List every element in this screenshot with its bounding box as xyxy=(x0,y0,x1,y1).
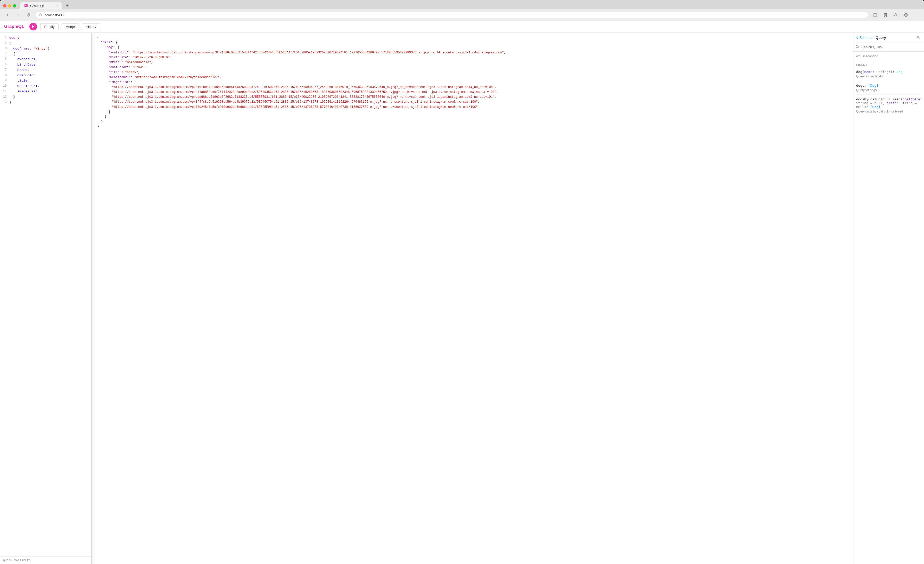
close-traffic-light[interactable] xyxy=(3,4,6,8)
result-line-3: "dog": { xyxy=(97,45,848,50)
result-line-13: "https://scontent-sjc3-1.cdninstagram.co… xyxy=(97,95,848,99)
schema-back-label: Schema xyxy=(859,36,872,40)
svg-point-5 xyxy=(905,15,906,15)
code-line-1: 1 query xyxy=(0,35,91,41)
query-variables-bar[interactable]: QUERY VARIABLES xyxy=(0,556,91,564)
schema-field-dog-desc: Query a specific dog xyxy=(856,75,920,78)
tab-favicon: G xyxy=(24,4,28,8)
more-options-icon[interactable] xyxy=(913,11,920,19)
code-line-7: 7 breed, xyxy=(0,68,91,73)
graphiql-main: 1 query 2 { 3 dog(name: "Kirby") 4 { 5 xyxy=(0,33,924,564)
code-line-5: 5 avatarUrl, xyxy=(0,57,91,62)
result-line-11: "https://scontent-sjc3-1.cdninstagram.co… xyxy=(97,85,848,90)
svg-point-8 xyxy=(916,15,916,15)
schema-fields-list: dog(name: String!): Dog Query a specific… xyxy=(852,67,924,564)
svg-rect-2 xyxy=(39,15,42,16)
svg-point-3 xyxy=(895,14,896,15)
code-line-13: 13 } xyxy=(0,100,91,105)
svg-point-7 xyxy=(915,15,915,15)
code-line-12: 12 } xyxy=(0,95,91,100)
svg-point-9 xyxy=(917,15,918,15)
result-line-10: "imagesList": [ xyxy=(97,80,848,85)
traffic-lights xyxy=(3,4,16,8)
tab-close-button[interactable]: × xyxy=(56,4,58,8)
query-editor-pane: 1 query 2 { 3 dog(name: "Kirby") 4 { 5 xyxy=(0,33,92,564)
schema-panel: Schema Query No Description FIELDS xyxy=(852,33,924,564)
refresh-button[interactable] xyxy=(25,11,32,19)
result-line-5: "birthDate": "2014-03-26T00:00:00", xyxy=(97,55,848,60)
svg-text:G: G xyxy=(25,5,27,7)
schema-search-bar xyxy=(852,43,924,52)
schema-field-dogs[interactable]: dogs: [Dog] Query for dogs xyxy=(856,81,920,95)
code-line-8: 8 coatColor, xyxy=(0,73,91,78)
schema-search-input[interactable] xyxy=(861,45,920,49)
tab-title: GraphiQL xyxy=(30,4,45,8)
address-bar: localhost:4000 xyxy=(0,9,924,21)
schema-field-dog-signature: dog(name: String!): Dog xyxy=(856,70,920,74)
search-icon xyxy=(856,45,859,49)
browser-tab-active[interactable]: G GraphiQL × xyxy=(20,2,62,9)
result-line-18: } xyxy=(97,119,848,124)
emoji-icon[interactable] xyxy=(902,11,910,19)
schema-field-dogsbycoat-desc: Query dogs by coat color or breed xyxy=(856,110,920,113)
back-button[interactable] xyxy=(4,11,11,19)
schema-close-button[interactable] xyxy=(916,35,920,40)
result-line-9: "websiteUrl": "https://www.instagram.com… xyxy=(97,75,848,80)
result-line-7: "coatColor": "Brown", xyxy=(97,65,848,70)
code-line-2: 2 { xyxy=(0,41,91,46)
result-line-4: "avatarUrl": "https://scontent-sjc3-1.cd… xyxy=(97,50,848,55)
result-line-15: "https://scontent-sjc3-1.cdninstagram.co… xyxy=(97,105,848,110)
result-line-16: ] xyxy=(97,110,848,114)
result-line-2: "data": { xyxy=(97,40,848,45)
schema-query-title: Query xyxy=(876,36,886,40)
graphiql-toolbar: GraphiQL Prettify Merge History xyxy=(0,21,924,33)
svg-point-10 xyxy=(856,45,858,48)
result-line-6: "breed": "Goldendoodle", xyxy=(97,60,848,65)
code-line-10: 10 websiteUrl, xyxy=(0,84,91,89)
schema-field-dog[interactable]: dog(name: String!): Dog Query a specific… xyxy=(856,67,920,81)
code-line-11: 11 imagesList xyxy=(0,89,91,95)
schema-field-dogsByCoatColorOrBreed[interactable]: dogsByCoatColorOrBreed(coatColor: String… xyxy=(856,95,920,116)
result-line-19: } xyxy=(97,124,848,129)
prettify-button[interactable]: Prettify xyxy=(40,23,58,30)
reading-list-icon[interactable] xyxy=(882,11,889,19)
result-pane[interactable]: { "data": { "dog": { "avatarUrl": "https… xyxy=(93,33,852,564)
graphiql-app: GraphiQL Prettify Merge History 1 query … xyxy=(0,21,924,564)
result-line-17: } xyxy=(97,114,848,119)
code-line-3: 3 dog(name: "Kirby") xyxy=(0,46,91,52)
code-line-9: 9 title, xyxy=(0,78,91,84)
graphiql-logo: GraphiQL xyxy=(4,24,24,29)
schema-fields-label: FIELDS xyxy=(852,61,924,67)
result-line-8: "title": "Kirby", xyxy=(97,70,848,75)
profile-icon[interactable] xyxy=(892,11,899,19)
url-text: localhost:4000 xyxy=(44,13,66,17)
history-button[interactable]: History xyxy=(82,23,100,30)
address-input[interactable]: localhost:4000 xyxy=(35,12,868,18)
schema-field-dogsbycoat-signature: dogsByCoatColorOrBreed(coatColor: String… xyxy=(856,97,920,109)
result-line-1: { xyxy=(97,35,848,40)
query-editor[interactable]: 1 query 2 { 3 dog(name: "Kirby") 4 { 5 xyxy=(0,33,91,556)
schema-panel-header: Schema Query xyxy=(852,33,924,43)
svg-point-6 xyxy=(906,15,907,15)
code-line-4: 4 { xyxy=(0,51,91,57)
lock-icon xyxy=(39,13,42,17)
schema-field-dogs-signature: dogs: [Dog] xyxy=(856,84,920,87)
browser-chrome: G GraphiQL × + localhost:4000 xyxy=(0,0,924,21)
maximize-traffic-light[interactable] xyxy=(13,4,16,8)
schema-field-dogs-desc: Query for dogs xyxy=(856,88,920,92)
bookmark-icon[interactable] xyxy=(872,11,879,19)
new-tab-button[interactable]: + xyxy=(64,2,71,9)
minimize-traffic-light[interactable] xyxy=(8,4,11,8)
result-line-12: "https://scontent-sjc3-1.cdninstagram.co… xyxy=(97,90,848,95)
merge-button[interactable]: Merge xyxy=(62,23,79,30)
result-line-14: "https://scontent-sjc3-1.cdninstagram.co… xyxy=(97,99,848,104)
schema-back-button[interactable]: Schema xyxy=(856,36,872,40)
forward-button[interactable] xyxy=(14,11,22,19)
no-description-text: No Description xyxy=(852,52,924,61)
run-query-button[interactable] xyxy=(29,23,37,30)
tab-bar: G GraphiQL × + xyxy=(0,0,924,9)
code-line-6: 6 birthDate, xyxy=(0,62,91,68)
